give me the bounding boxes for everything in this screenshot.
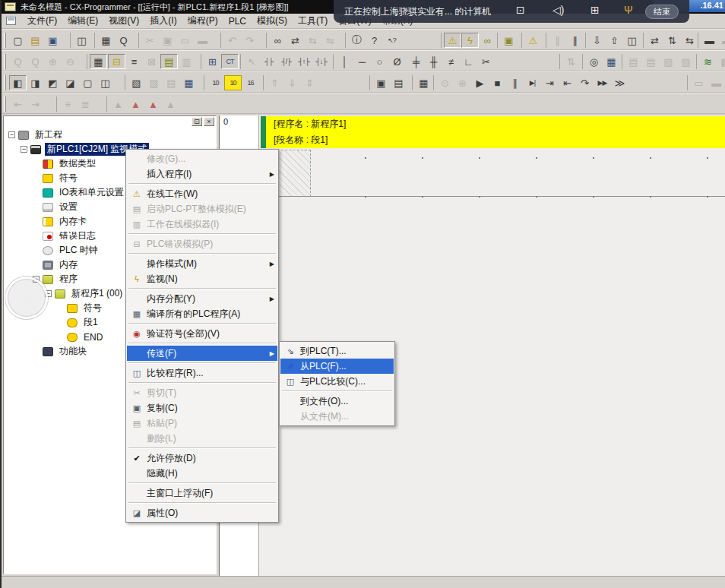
menu-item-to-file[interactable]: 到文件(O)... [280, 394, 394, 409]
find-prev-icon[interactable]: ⇋ [321, 33, 339, 48]
force-cancel-icon[interactable]: ⇕ [301, 75, 318, 90]
zoom-out-icon[interactable]: ⊖ [62, 54, 79, 69]
align-list-b-icon[interactable]: ≣ [77, 96, 94, 112]
diff-next-red-icon[interactable]: ▲ [127, 96, 144, 112]
hex-display-icon[interactable]: 16 [242, 75, 259, 90]
transfer-special-icon[interactable]: ⇆ [681, 33, 698, 48]
compile-d-icon[interactable]: ▦ [180, 75, 198, 90]
menu-item-compare-with-plc[interactable]: ◫与PLC比较(C)... [280, 374, 394, 389]
window-b-icon[interactable]: ▬ [708, 75, 725, 90]
menu-item-7[interactable]: 工具(T) [293, 13, 333, 29]
transfer-a-icon[interactable]: ▣ [372, 75, 390, 90]
context-help-icon[interactable]: ↖? [383, 33, 400, 48]
menu-item-5[interactable]: PLC [223, 14, 252, 28]
continuous-step-icon[interactable]: ↷ [576, 75, 594, 90]
menu-item-verify-symbols-all[interactable]: ◉验证符号(全部)(V) [127, 326, 277, 341]
menu-item-memory-allocation[interactable]: 内存分配(Y)▶ [127, 291, 277, 306]
edit-program-d-icon[interactable]: ▨ [677, 54, 695, 69]
menu-item-paste[interactable]: ▤粘贴(P) [127, 416, 277, 431]
find-next-icon[interactable]: ⇆ [304, 33, 321, 48]
view-mnemonics-icon[interactable]: ⊞ [204, 54, 221, 69]
pause-tool-icon[interactable]: ⊙ [436, 75, 454, 90]
selected-cell-marquee[interactable] [277, 150, 311, 197]
monitor-icon[interactable]: ϟ [461, 33, 479, 48]
compile-a-icon[interactable]: ▧ [128, 75, 145, 90]
menu-item-delete[interactable]: 删除(L) [127, 431, 277, 446]
new-or-closed-contact-icon[interactable]: ┤↓├ [312, 54, 330, 69]
tree-item-0[interactable]: −新工程 [5, 128, 214, 142]
panel-close-button[interactable]: × [204, 117, 214, 126]
expand-minus-icon[interactable]: − [21, 146, 27, 153]
pause-monitor-icon[interactable]: ∞ [479, 33, 496, 48]
scan-tool-icon[interactable]: ⊛ [454, 75, 471, 90]
to-end-icon[interactable]: ≫ [611, 75, 628, 90]
pause-icon[interactable]: ∥ [506, 75, 524, 90]
work-online-icon[interactable]: ⚠ [444, 33, 461, 48]
horizontal-line-icon[interactable]: ─ [353, 54, 371, 69]
edit-program-c-icon[interactable]: ▧ [660, 54, 677, 69]
compile-grid-icon[interactable]: ▦ [603, 54, 620, 69]
window-icon[interactable]: ⊞ [590, 4, 600, 16]
menu-item-start-plc-pt-simulation[interactable]: ▤启动PLC-PT整体模拟(E) [127, 201, 277, 217]
cascade-window-icon[interactable]: ◧ [9, 75, 27, 90]
new-file-icon[interactable]: ▢ [9, 33, 27, 48]
indent-left-icon[interactable]: ⇤ [9, 96, 27, 112]
new-or-contact-icon[interactable]: ┤↑├ [295, 54, 312, 69]
transfer-memory-icon[interactable]: ⇅ [663, 33, 681, 48]
diff-clear-icon[interactable]: ▲ [162, 96, 179, 112]
diff-prev-icon[interactable]: ▲ [109, 96, 127, 112]
menu-item-1[interactable]: 编辑(E) [62, 13, 103, 29]
speaker-icon[interactable]: ◁) [552, 4, 564, 16]
menu-item-modify[interactable]: 修改(G)... [127, 151, 277, 166]
vertical-line-icon[interactable]: │ [336, 54, 353, 69]
redo-icon[interactable]: ↷ [241, 33, 258, 48]
indent-right-icon[interactable]: ⇥ [27, 96, 44, 112]
fast-forward-icon[interactable]: ▶▶ [594, 75, 611, 90]
step-run-icon[interactable]: ▶| [524, 75, 541, 90]
show-rungs-icon[interactable]: ▤ [160, 54, 178, 69]
block-edit-icon[interactable]: ▩ [717, 54, 725, 69]
force-on-icon[interactable]: ⇑ [266, 75, 283, 90]
menu-item-2[interactable]: 视图(V) [103, 13, 144, 29]
find-icon[interactable]: ∞ [269, 33, 287, 48]
diff-next-icon[interactable]: ▲ [144, 96, 162, 112]
memory-view-icon[interactable]: ▬ [701, 33, 718, 48]
plug-icon[interactable]: Ψ [624, 4, 633, 16]
online-edit-icon[interactable]: ▣ [500, 33, 518, 48]
edit-program-b-icon[interactable]: ▤ [642, 54, 660, 69]
line-delete-icon[interactable]: ✂ [477, 54, 495, 69]
new-coil-icon[interactable]: ○ [371, 54, 388, 69]
toolbar-gripper[interactable] [4, 75, 6, 90]
upload-from-plc-icon[interactable]: ⇧ [606, 33, 623, 48]
about-icon[interactable]: ⓘ [348, 33, 366, 48]
menu-item-from-file[interactable]: 从文件(M)... [280, 409, 394, 424]
signed-decimal-display-icon[interactable]: 10 [224, 75, 242, 90]
remote-sidebar-arrow[interactable] [5, 277, 48, 319]
paste-icon[interactable]: ▭ [176, 33, 194, 48]
new-closed-contact-icon[interactable]: ┤/├ [277, 54, 295, 69]
menu-item-work-online-simulator[interactable]: ▥工作在线模拟器(I) [127, 217, 277, 232]
new-instruction-up-icon[interactable]: ╫ [425, 54, 442, 69]
fullscreen-icon[interactable]: ⊡ [516, 4, 525, 16]
menu-item-cut[interactable]: ✂剪切(T) [127, 385, 277, 400]
menu-item-transfer[interactable]: 传送(F)▶ [127, 346, 277, 361]
menu-item-monitor[interactable]: ϟ监视(N) [127, 271, 277, 286]
mdi-child-icon[interactable] [6, 17, 16, 25]
compile-b-icon[interactable]: ▨ [145, 75, 163, 90]
monitor-data-icon[interactable]: ⊠ [143, 54, 160, 69]
grid-icon[interactable]: ▦ [90, 54, 107, 69]
transfer-online-icon[interactable]: ⇅ [562, 54, 580, 69]
save-file-icon[interactable]: ▣ [44, 33, 62, 48]
io-window-icon[interactable]: ◩ [44, 75, 62, 90]
menu-item-hide[interactable]: 隐藏(H) [127, 466, 277, 481]
step-out-icon[interactable]: ⇤ [559, 75, 576, 90]
expand-minus-icon[interactable]: − [8, 131, 15, 138]
new-instruction-icon[interactable]: ╪ [407, 54, 425, 69]
transfer-b-icon[interactable]: ▤ [390, 75, 407, 90]
menu-item-compile-all-plc-programs[interactable]: ▦编译所有的PLC程序(A) [127, 306, 277, 321]
open-file-icon[interactable]: ▤ [27, 33, 44, 48]
menu-item-plc-error-simulation[interactable]: ⊟PLC错误模拟(P) [127, 236, 277, 251]
copy-icon[interactable]: ▣ [159, 33, 176, 48]
download-to-plc-icon[interactable]: ⇩ [588, 33, 606, 48]
toolbar-gripper[interactable] [4, 96, 6, 112]
